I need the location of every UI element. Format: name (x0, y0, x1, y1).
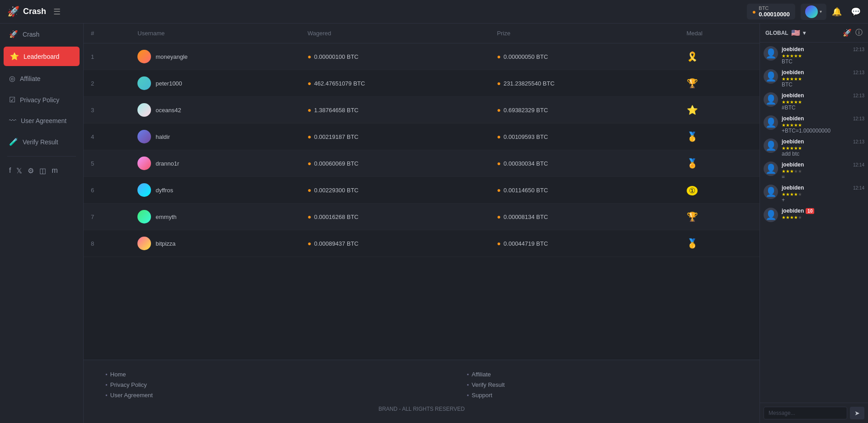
chat-send-button[interactable]: ➤ (850, 407, 864, 419)
coin-icon: ● (497, 186, 500, 194)
footer: ● Home ● Privacy Policy ● User Agreement… (84, 360, 760, 423)
sidebar-item-user-agreement[interactable]: 〰 User Agreement (0, 110, 83, 131)
chat-message-body: joebiden 10 ★★★★★ (782, 208, 864, 220)
discord-icon[interactable]: ⚙ (28, 166, 34, 175)
username-text: moneyangle (156, 53, 188, 60)
chat-message: 👤 joebiden 12:13 ★★★★★ BTC (764, 69, 864, 88)
hamburger-button[interactable]: ☰ (53, 7, 61, 17)
chat-header: GLOBAL 🇺🇸 ▾ 🚀 ⓘ (760, 24, 868, 43)
sidebar-item-affiliate[interactable]: ◎ Affiliate (0, 68, 83, 89)
chat-dropdown-chevron[interactable]: ▾ (803, 30, 806, 36)
chat-message-text: BTC (782, 58, 864, 65)
chat-rocket-icon[interactable]: 🚀 (843, 29, 852, 37)
coin-icon: ● (497, 160, 500, 167)
chat-message-body: joebiden 12:14 ★★★★★ = (782, 162, 864, 180)
chat-stars: ★★★★★ (782, 169, 864, 174)
chat-stars: ★★★★★ (782, 123, 864, 128)
user-avatar (137, 210, 151, 223)
chat-header-icons: 🚀 ⓘ (843, 28, 863, 38)
cell-rank: 5 (84, 150, 130, 177)
footer-dot: ● (105, 383, 108, 387)
main-layout: 🚀 Crash ⭐ Leaderboard ◎ Affiliate ☑ Priv… (0, 24, 868, 423)
avatar (805, 5, 818, 18)
instagram-icon[interactable]: ◫ (39, 166, 46, 175)
footer-link-support[interactable]: ● Support (467, 392, 738, 399)
username-text: haldir (156, 133, 170, 140)
cell-wagered: ● 0.00016268 BTC (300, 204, 490, 230)
chat-message-text: BTC (782, 81, 864, 88)
chat-message-body: joebiden 12:13 ★★★★★ add btc (782, 138, 864, 157)
cell-medal: 🎗️ (679, 43, 760, 70)
cell-rank: 6 (84, 177, 130, 204)
btc-balance: ● BTC 0.00010000 (747, 4, 795, 19)
privacy-icon: ☑ (9, 95, 15, 104)
footer-dot: ● (467, 393, 469, 397)
chat-message-body: joebiden 12:13 ★★★★★ #BTC (782, 92, 864, 111)
btc-amount: 0.00010000 (759, 11, 790, 18)
chat-timestamp: 12:13 (853, 47, 864, 52)
cell-username: oceans42 (130, 97, 300, 124)
wagered-amount: 0.00016268 BTC (314, 214, 359, 220)
chat-message-header: joebiden 12:13 (782, 92, 864, 99)
chat-stars: ★★★★★ (782, 100, 864, 105)
chat-global-label: GLOBAL 🇺🇸 ▾ (765, 29, 806, 37)
chat-username: joebiden (782, 46, 804, 52)
prize-amount: 0.00044719 BTC (504, 240, 548, 247)
affiliate-icon: ◎ (9, 74, 15, 83)
sidebar-item-crash[interactable]: 🚀 Crash (0, 24, 83, 45)
footer-link-home[interactable]: ● Home (105, 371, 377, 378)
username-text: peter1000 (156, 80, 182, 87)
chat-timestamp: 12:13 (853, 139, 864, 144)
col-username: Username (130, 24, 300, 43)
sidebar-item-leaderboard[interactable]: ⭐ Leaderboard (4, 47, 80, 66)
cell-rank: 7 (84, 204, 130, 230)
table-row: 7 emmyth ● 0.00016268 BTC ● 0.00008134 B… (84, 204, 760, 230)
coin-icon: ● (307, 106, 311, 114)
facebook-icon[interactable]: f (9, 166, 11, 175)
sidebar-item-verify[interactable]: 🧪 Verify Result (0, 131, 83, 152)
user-avatar-button[interactable]: ▾ (801, 4, 826, 20)
twitter-icon[interactable]: 𝕏 (16, 166, 22, 175)
footer-dot: ● (467, 383, 469, 387)
coin-icon: ● (497, 240, 500, 247)
footer-link-privacy[interactable]: ● Privacy Policy (105, 381, 377, 388)
wagered-amount: 0.00089437 BTC (314, 240, 359, 247)
col-wagered: Wagered (300, 24, 490, 43)
chat-message-body: joebiden 12:14 ★★★★★ + (782, 185, 864, 203)
wagered-amount: 0.00219187 BTC (314, 133, 359, 140)
chat-message-text: add btc (782, 151, 864, 157)
user-avatar (137, 183, 151, 197)
cell-username: emmyth (130, 204, 300, 230)
chat-timestamp: 12:13 (853, 93, 864, 98)
chat-message-text: = (782, 174, 864, 180)
table-row: 3 oceans42 ● 1.38764658 BTC ● 0.69382329… (84, 97, 760, 124)
sidebar-item-label-privacy: Privacy Policy (20, 96, 59, 104)
footer-link-user-agreement[interactable]: ● User Agreement (105, 392, 377, 399)
topnav-right: ● BTC 0.00010000 ▾ 🔔 💬 (747, 4, 861, 20)
cell-username: dranno1r (130, 150, 300, 177)
agreement-icon: 〰 (9, 117, 16, 125)
btc-label: BTC (759, 5, 790, 11)
sidebar-item-privacy[interactable]: ☑ Privacy Policy (0, 89, 83, 110)
cell-wagered: ● 462.47651079 BTC (300, 70, 490, 97)
medium-icon[interactable]: m (52, 166, 57, 175)
chat-expand-icon[interactable]: 💬 (851, 7, 861, 17)
coin-icon: ● (497, 80, 500, 87)
topnav: 🚀 Crash ☰ ● BTC 0.00010000 ▾ 🔔 💬 (0, 0, 868, 24)
chat-message-input[interactable] (764, 407, 847, 419)
bell-icon[interactable]: 🔔 (832, 7, 842, 17)
cell-prize: ● 0.00030034 BTC (490, 150, 679, 177)
footer-dot: ● (105, 372, 108, 376)
flag-icon: 🇺🇸 (791, 29, 800, 37)
verify-icon: 🧪 (9, 138, 18, 146)
footer-link-verify[interactable]: ● Verify Result (467, 381, 738, 388)
cell-wagered: ● 0.00060069 BTC (300, 150, 490, 177)
footer-link-affiliate[interactable]: ● Affiliate (467, 371, 738, 378)
prize-amount: 0.00109593 BTC (504, 133, 548, 140)
table-row: 8 bitpizza ● 0.00089437 BTC ● 0.00044719… (84, 230, 760, 257)
table-row: 6 dyffros ● 0.00229300 BTC ● 0.00114650 … (84, 177, 760, 204)
wagered-amount: 0.00060069 BTC (314, 160, 359, 167)
chat-info-icon[interactable]: ⓘ (855, 28, 863, 38)
coin-icon: ● (307, 53, 311, 60)
coin-icon: ● (307, 160, 311, 167)
